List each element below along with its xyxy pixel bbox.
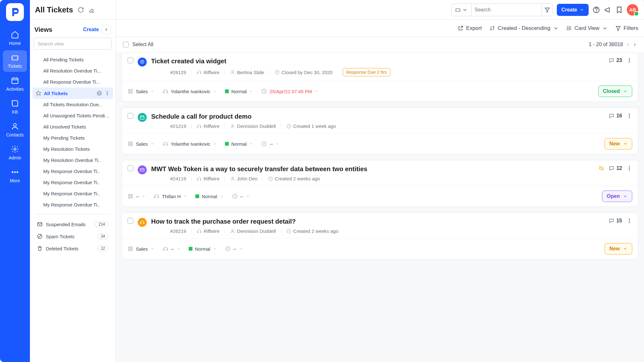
assignee-field[interactable]: -- [163, 246, 180, 252]
collapse-sidebar-button[interactable] [102, 25, 111, 34]
ticket-contact: Bertina Slide [225, 70, 269, 75]
view-item[interactable]: All Resolution Overdue Ti... [32, 65, 113, 76]
app-logo[interactable] [6, 3, 24, 21]
comment-count[interactable]: 15 [609, 218, 622, 224]
count-badge: 12 [97, 246, 108, 251]
headset-icon [154, 193, 159, 199]
view-item[interactable]: My Resolution Overdue Ti.. [32, 155, 113, 166]
comment-count[interactable]: 12 [609, 165, 622, 171]
nav-admin[interactable]: Admin [3, 142, 27, 164]
status-dropdown[interactable]: Open [602, 191, 632, 202]
group-field[interactable]: -- [128, 193, 145, 199]
filters-button[interactable]: Filters [615, 25, 638, 31]
assignee-field[interactable]: Thillan H [154, 193, 187, 199]
clear-icon[interactable] [88, 7, 95, 13]
ticket-checkbox[interactable] [128, 113, 133, 119]
ticket-card[interactable]: How to track the purchase order request … [122, 212, 638, 259]
more-icon[interactable] [626, 113, 632, 119]
search-filter-button[interactable] [542, 4, 553, 16]
refresh-icon[interactable] [78, 7, 84, 13]
global-search [451, 3, 553, 16]
group-field[interactable]: Sales [128, 141, 154, 147]
view-item[interactable]: My Response Overdue Ti.. [32, 199, 113, 210]
list-toolbar: Export Created - Descending Card View Fi… [116, 20, 644, 37]
headset-icon [197, 176, 202, 181]
nav-activities[interactable]: Activities [3, 73, 27, 95]
chevron-down-icon [275, 142, 279, 146]
view-item[interactable]: All Tickets Resolution Due.. [32, 99, 113, 110]
chevron-down-icon [315, 89, 318, 93]
nav-contacts[interactable]: Contacts [3, 119, 27, 141]
sort-dropdown[interactable]: Created - Descending [489, 25, 558, 31]
priority-indicator [195, 194, 199, 198]
select-all-label: Select All [132, 42, 153, 47]
avatar[interactable]: AR [627, 4, 638, 16]
chevron-down-icon [623, 194, 627, 198]
view-item[interactable]: All Response Overdue Ti... [32, 76, 113, 87]
export-button[interactable]: Export [458, 25, 482, 31]
priority-field[interactable]: Normal [195, 194, 223, 199]
date-field[interactable]: -- [232, 193, 250, 199]
priority-field[interactable]: Normal [225, 89, 253, 94]
nav-tickets[interactable]: Tickets [3, 50, 27, 72]
pager-prev[interactable] [626, 42, 630, 47]
search-scope-dropdown[interactable] [452, 4, 471, 16]
more-icon[interactable] [626, 218, 632, 224]
view-item[interactable]: My Response Overdue Ti.. [32, 188, 113, 199]
view-item[interactable]: My Response Overdue Ti.. [32, 166, 113, 177]
comment-count[interactable]: 16 [609, 113, 622, 119]
comment-count[interactable]: 23 [609, 58, 622, 63]
assignee-field[interactable]: Yolanthe Ivankovic [163, 88, 217, 94]
bookmark-icon[interactable] [615, 6, 623, 14]
ticket-id: #24119 [170, 176, 191, 181]
ticket-checkbox[interactable] [128, 165, 133, 171]
status-dropdown[interactable]: New [605, 243, 632, 254]
date-field[interactable]: 25/Apr/22 07:45 PM [261, 88, 318, 94]
nav-more[interactable]: More [3, 165, 27, 186]
chevron-down-icon [580, 8, 584, 12]
ticket-channel-icon [138, 58, 147, 66]
ticket-time: Created 1 week ago [281, 123, 341, 129]
view-mode-dropdown[interactable]: Card View [566, 25, 608, 31]
ticket-checkbox[interactable] [128, 58, 133, 63]
search-input[interactable] [472, 4, 542, 16]
ticket-title: Schedule a call for product demo [151, 113, 604, 120]
pager-next[interactable] [633, 42, 637, 47]
search-view-input[interactable] [34, 38, 112, 50]
view-item[interactable]: My Pending Tickets [32, 132, 113, 143]
more-icon[interactable] [105, 91, 110, 96]
select-all-checkbox[interactable] [123, 42, 129, 47]
date-field[interactable]: -- [261, 141, 279, 147]
assignee-field[interactable]: Yolanthe Ivankovic [163, 141, 217, 147]
bottom-view-item[interactable]: Spam Tickets24 [32, 230, 113, 242]
more-icon[interactable] [626, 165, 632, 171]
help-icon[interactable] [592, 6, 600, 14]
group-field[interactable]: Sales [128, 88, 154, 94]
status-dropdown[interactable]: Closed [598, 86, 632, 97]
comment-icon [609, 165, 614, 171]
view-item[interactable]: All Unassigned Tickets Pending [32, 110, 113, 121]
view-item[interactable]: All Tickets [32, 87, 113, 99]
view-item[interactable]: All Pending Tickets [32, 54, 113, 65]
view-item[interactable]: My Response Overdue Ti.. [32, 177, 113, 188]
view-item[interactable]: My Resolution Tickets [32, 143, 113, 155]
create-view-link[interactable]: Create [83, 27, 99, 32]
status-dropdown[interactable]: New [605, 138, 632, 150]
date-field[interactable]: -- [225, 246, 243, 252]
ticket-card[interactable]: MWT Web Token is a way to securely trans… [122, 160, 638, 207]
priority-field[interactable]: Normal [225, 141, 253, 147]
create-button[interactable]: Create [557, 4, 589, 16]
nav-home[interactable]: Home [3, 27, 27, 49]
bottom-view-item[interactable]: Suspended Emails214 [32, 218, 113, 230]
more-icon[interactable] [626, 58, 632, 63]
ticket-card[interactable]: Schedule a call for product demo#21219Ri… [122, 108, 638, 154]
chevron-down-icon [462, 7, 468, 13]
nav-kb[interactable]: KB [3, 96, 27, 118]
ticket-card[interactable]: Ticket created via widget#26129RiffwireB… [122, 52, 638, 102]
group-field[interactable]: Sales [128, 246, 154, 252]
ticket-checkbox[interactable] [128, 218, 133, 224]
view-item[interactable]: All Unsolved Tickets [32, 121, 113, 132]
priority-field[interactable]: Normal [189, 246, 217, 252]
bottom-view-item[interactable]: Deleted Tickets12 [32, 242, 113, 254]
announcements-icon[interactable] [604, 6, 612, 14]
